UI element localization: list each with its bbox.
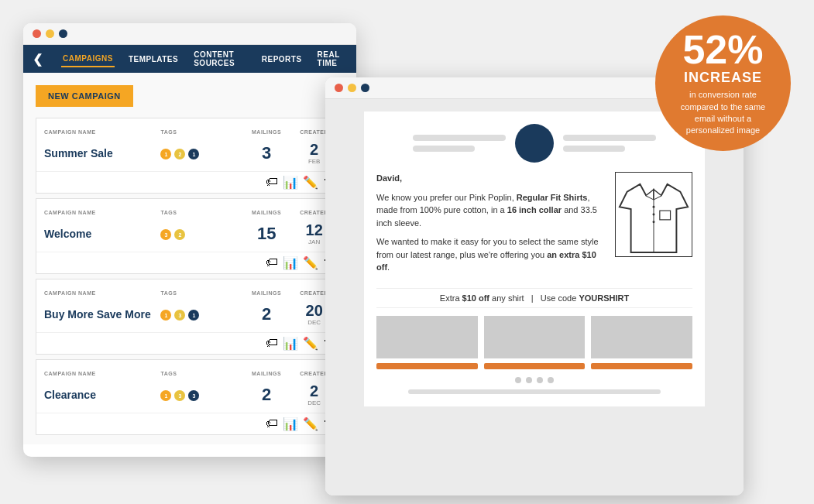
edit-icon[interactable]: ✏️ [303, 255, 318, 270]
tag-dot-navy: 1 [188, 149, 199, 159]
email-footer-line [408, 389, 661, 394]
edit-icon[interactable]: ✏️ [303, 417, 318, 431]
tags-label: TAGS [160, 371, 177, 376]
maximize-dot-2 [361, 84, 369, 92]
email-header [376, 124, 692, 163]
tag-dot-yellow: 3 [174, 310, 185, 321]
campaign-row: CAMPAIGN NAME TAGS MAILINGS CREATED Summ… [36, 118, 344, 194]
nav-templates[interactable]: TEMPLATES [127, 52, 180, 67]
tag-dot-yellow: 2 [174, 229, 185, 240]
nav-logo: ❮ [33, 52, 43, 67]
tags-label: TAGS [160, 290, 177, 296]
tags-label: TAGS [160, 129, 177, 135]
nav-bar: ❮ CAMPAIGNS TEMPLATES CONTENT SOURCES RE… [23, 45, 356, 73]
chart-icon[interactable]: 📊 [283, 255, 298, 270]
svg-point-4 [653, 214, 655, 216]
header-line-3 [563, 135, 656, 141]
nav-content-sources[interactable]: CONTENT SOURCES [192, 47, 248, 70]
badge-increase: INCREASE [684, 70, 762, 86]
shirt-illustration [615, 172, 692, 257]
chart-icon[interactable]: 📊 [283, 175, 298, 190]
created-label: CREATED [300, 290, 328, 296]
tag-dot-orange: 1 [160, 390, 171, 401]
product-labels [376, 363, 692, 369]
created-date: 2 [310, 141, 318, 158]
product-images [376, 316, 692, 358]
product-cta-3 [591, 363, 692, 369]
email-dots [376, 377, 692, 383]
chart-icon[interactable]: 📊 [283, 336, 298, 351]
campaign-name: Welcome [44, 228, 91, 240]
campaign-actions: 🏷 📊 ✏️ 🗑 [36, 252, 343, 273]
tags-container: 1 3 3 [160, 390, 240, 401]
campaigns-browser: ❮ CAMPAIGNS TEMPLATES CONTENT SOURCES RE… [23, 23, 356, 457]
product-cta-1 [376, 363, 478, 369]
tag-icon[interactable]: 🏷 [266, 336, 278, 351]
edit-icon[interactable]: ✏️ [303, 175, 318, 190]
product-image-1 [376, 316, 478, 358]
created-date: 20 [306, 302, 323, 319]
nav-campaigns[interactable]: CAMPAIGNS [61, 51, 115, 67]
tag-dot-navy: 1 [188, 310, 199, 321]
tag-dot-orange: 3 [160, 229, 171, 240]
created-label: CREATED [300, 210, 328, 215]
header-line-2 [413, 146, 475, 152]
mailings-label: MAILINGS [252, 210, 281, 215]
maximize-dot [59, 29, 67, 38]
para2: We wanted to make it easy for you to sel… [376, 235, 606, 274]
header-lines [413, 135, 506, 152]
nav-reports[interactable]: REPORTS [260, 52, 304, 67]
mailings-count: 3 [262, 143, 271, 163]
badge-description: in conversion rate compared to the same … [671, 89, 775, 137]
tag-icon[interactable]: 🏷 [266, 175, 278, 190]
tag-dot-navy: 3 [188, 390, 199, 401]
greeting: David, [376, 172, 606, 185]
camp-name-label: CAMPAIGN NAME [44, 371, 96, 376]
new-campaign-button[interactable]: NEW CAMPAIGN [36, 85, 133, 107]
mailings-label: MAILINGS [252, 129, 281, 135]
camp-name-label: CAMPAIGN NAME [44, 129, 96, 135]
title-bar-1 [23, 23, 356, 45]
conversion-badge: 52% INCREASE in conversion rate compared… [655, 15, 791, 151]
email-body: David, We know you prefer our Pink Popli… [376, 172, 692, 280]
mailings-count: 15 [257, 224, 276, 243]
svg-rect-1 [660, 211, 671, 220]
campaigns-content: NEW CAMPAIGN CAMPAIGN NAME TAGS MAILINGS… [23, 73, 356, 444]
dot-4 [548, 377, 554, 383]
dot-3 [537, 377, 543, 383]
campaign-actions: 🏷 📊 ✏️ 🗑 [36, 413, 343, 434]
promo-bar: Extra $10 off any shirt | Use code YOURS… [376, 288, 692, 308]
dot-1 [515, 377, 521, 383]
para1: We know you prefer our Pink Poplin, Regu… [376, 191, 606, 230]
campaign-actions: 🏷 📊 ✏️ 🗑 [36, 332, 343, 354]
dot-2 [526, 377, 532, 383]
edit-icon[interactable]: ✏️ [303, 336, 318, 351]
product-cta-2 [484, 363, 586, 369]
minimize-dot-2 [348, 84, 356, 92]
badge-percent: 52% [682, 29, 763, 70]
campaign-row: CAMPAIGN NAME TAGS MAILINGS CREATED Clea… [36, 359, 344, 435]
tag-icon[interactable]: 🏷 [266, 417, 278, 431]
tags-container: 1 2 1 [160, 149, 240, 159]
email-content-area: David, We know you prefer our Pink Popli… [325, 99, 744, 495]
campaign-row: CAMPAIGN NAME TAGS MAILINGS CREATED Welc… [36, 198, 344, 274]
campaign-name: Buy More Save More [44, 308, 151, 321]
chart-icon[interactable]: 📊 [283, 417, 298, 431]
tags-container: 3 2 [160, 229, 240, 240]
email-browser: David, We know you prefer our Pink Popli… [325, 77, 744, 495]
created-date: 2 [310, 382, 318, 399]
campaign-row: CAMPAIGN NAME TAGS MAILINGS CREATED Buy … [36, 279, 344, 355]
tag-icon[interactable]: 🏷 [266, 255, 278, 270]
mailings-count: 2 [262, 385, 271, 404]
campaign-actions: 🏷 📊 ✏️ 🗑 [36, 171, 343, 193]
tag-dot-orange: 1 [160, 310, 171, 321]
created-label: CREATED [300, 129, 328, 135]
camp-name-label: CAMPAIGN NAME [44, 210, 96, 215]
created-date: 12 [306, 221, 323, 238]
svg-point-5 [653, 221, 655, 223]
email-text: David, We know you prefer our Pink Popli… [376, 172, 606, 280]
campaign-name: Clearance [44, 389, 96, 401]
header-line-1 [413, 135, 506, 141]
nav-real-time[interactable]: REAL TIME [316, 47, 347, 70]
mailings-label: MAILINGS [252, 371, 281, 376]
